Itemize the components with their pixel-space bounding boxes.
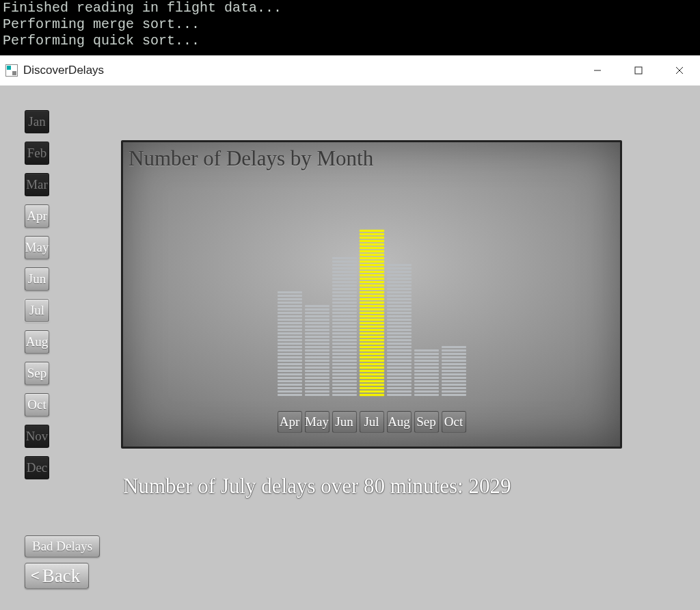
terminal-output: Finished reading in flight data... Perfo… <box>0 0 700 55</box>
app-content: JanFebMarAprMayJunJulAugSepOctNovDec Num… <box>0 85 700 610</box>
bar-sep <box>414 349 439 396</box>
maximize-icon <box>634 66 643 75</box>
bar-jul <box>360 230 384 396</box>
console-line: Performing quick sort... <box>3 33 200 49</box>
console-line: Performing merge sort... <box>3 16 200 32</box>
bar-label-aug[interactable]: Aug <box>387 411 412 433</box>
month-button-feb: Feb <box>25 142 49 165</box>
chart-panel: Number of Delays by Month AprMayJunJulAu… <box>121 140 622 449</box>
month-button-aug[interactable]: Aug <box>25 330 49 354</box>
bar-jun <box>332 257 357 396</box>
svg-rect-1 <box>635 67 642 74</box>
chart-title: Number of Delays by Month <box>129 146 373 171</box>
window-title: DiscoverDelays <box>23 64 104 77</box>
month-button-mar: Mar <box>25 173 49 196</box>
month-selector: JanFebMarAprMayJunJulAugSepOctNovDec <box>25 110 49 479</box>
month-button-nov: Nov <box>25 425 49 448</box>
info-text: Number of July delays over 80 minutes: 2… <box>123 474 511 499</box>
chart-x-labels: AprMayJunJulAugSepOct <box>123 411 620 433</box>
bar-label-may[interactable]: May <box>305 411 329 433</box>
month-button-jul[interactable]: Jul <box>25 299 49 322</box>
bar-label-jul[interactable]: Jul <box>360 411 384 433</box>
app-window: DiscoverDelays JanFebMarAprMayJunJulAugS… <box>0 55 700 610</box>
bar-aug <box>387 264 412 396</box>
month-button-oct[interactable]: Oct <box>25 393 49 416</box>
bar-label-apr[interactable]: Apr <box>278 411 302 433</box>
close-button[interactable] <box>659 55 700 85</box>
bar-label-jun[interactable]: Jun <box>332 411 357 433</box>
bad-delays-label: Bad Delays <box>32 539 92 554</box>
chevron-left-icon: < <box>31 567 40 585</box>
app-icon <box>5 64 18 77</box>
chart-bars <box>123 218 620 396</box>
close-icon <box>675 66 684 75</box>
maximize-button[interactable] <box>618 55 659 85</box>
bar-may <box>305 305 329 396</box>
window-controls <box>577 55 700 85</box>
bar-label-sep[interactable]: Sep <box>414 411 439 433</box>
minimize-button[interactable] <box>577 55 618 85</box>
back-label: Back <box>42 566 80 587</box>
month-button-dec: Dec <box>25 456 49 479</box>
bar-label-oct[interactable]: Oct <box>442 411 466 433</box>
bar-apr <box>278 291 302 396</box>
month-button-jan: Jan <box>25 110 49 133</box>
minimize-icon <box>593 66 602 75</box>
month-button-jun[interactable]: Jun <box>25 267 49 291</box>
bad-delays-button[interactable]: Bad Delays <box>25 535 100 557</box>
month-button-may[interactable]: May <box>25 236 49 259</box>
titlebar[interactable]: DiscoverDelays <box>0 55 700 85</box>
bar-oct <box>442 346 466 396</box>
month-button-apr[interactable]: Apr <box>25 204 49 228</box>
console-line: Finished reading in flight data... <box>3 0 282 16</box>
back-button[interactable]: < Back <box>25 563 89 589</box>
month-button-sep[interactable]: Sep <box>25 362 49 385</box>
